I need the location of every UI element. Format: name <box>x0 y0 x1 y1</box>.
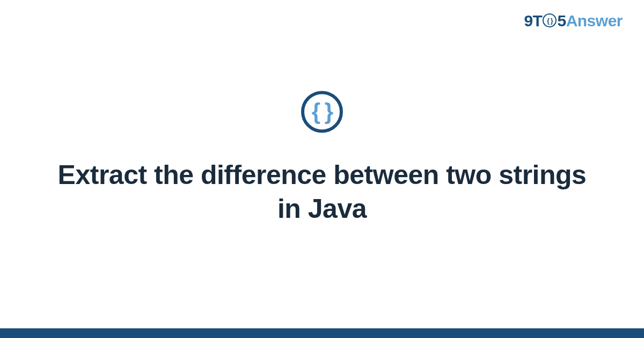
footer-bar <box>0 328 644 338</box>
logo-text-5: 5 <box>557 12 566 30</box>
logo-text-answer: Answer <box>566 12 623 30</box>
page-title: Extract the difference between two strin… <box>54 158 590 225</box>
code-braces-icon: { } <box>301 91 343 133</box>
logo-circle-braces: { } <box>547 17 553 25</box>
site-logo: 9T { } 5 Answer <box>524 12 623 30</box>
logo-text-9t: 9T <box>524 12 542 30</box>
braces-glyph: { } <box>312 100 332 123</box>
main-content: { } Extract the difference between two s… <box>0 91 644 225</box>
logo-circle-icon: { } <box>543 13 557 27</box>
